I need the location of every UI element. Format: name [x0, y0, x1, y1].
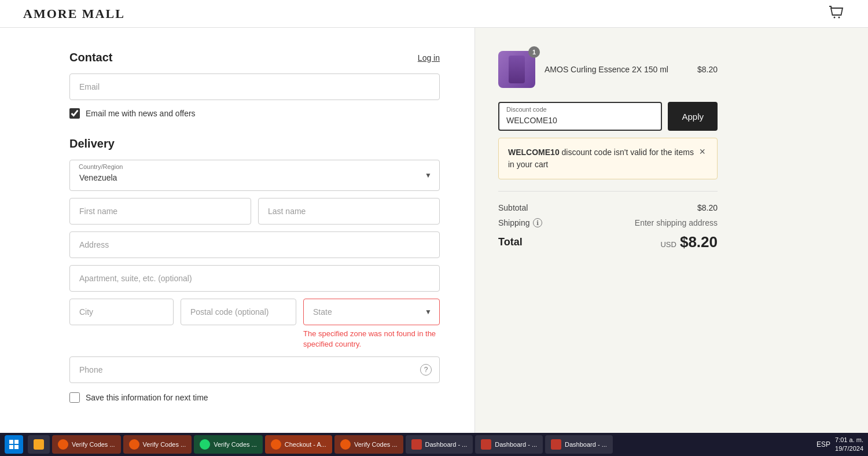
subtotal-value: $8.20 [697, 203, 718, 212]
product-image-inner [509, 56, 525, 83]
cart-button[interactable] [829, 5, 845, 23]
delivery-title: Delivery [69, 137, 440, 150]
discount-error-code: WELCOME10 [508, 148, 560, 157]
taskbar-btn4-label: Verify Codes ... [354, 441, 398, 448]
subtotal-row: Subtotal $8.20 [498, 203, 718, 212]
apply-button[interactable]: Apply [668, 102, 718, 131]
taskbar-dash1-button[interactable]: Dashboard - ... [406, 435, 473, 454]
name-row [69, 198, 440, 225]
product-badge: 1 [528, 46, 540, 58]
shipping-row: Shipping ℹ Enter shipping address [498, 218, 718, 227]
order-summary-panel: 1 AMOS Curling Essence 2X 150 ml $8.20 D… [475, 28, 741, 456]
cart-icon [829, 5, 845, 21]
svg-point-0 [834, 17, 836, 19]
address-input[interactable] [69, 231, 440, 258]
discount-code-label: Discount code [506, 106, 547, 113]
shipping-label: Shipping [498, 218, 530, 227]
error-close-button[interactable]: × [697, 146, 708, 157]
apartment-input[interactable] [69, 265, 440, 292]
dash1-icon [411, 439, 422, 450]
shipping-label-wrap: Shipping ℹ [498, 218, 542, 227]
city-postal-state-row: State ▼ The specified zone was not found… [69, 299, 440, 350]
taskbar-btn1-label: Verify Codes ... [72, 441, 115, 448]
product-image [498, 51, 535, 88]
country-select-wrap: Country/Region Venezuela ▼ [69, 160, 440, 191]
taskbar-browser4-button[interactable]: Verify Codes ... [334, 435, 403, 454]
total-currency: USD [660, 240, 676, 249]
save-info-label[interactable]: Save this information for next time [86, 393, 208, 402]
taskbar-browser1-button[interactable]: Verify Codes ... [52, 435, 121, 454]
taskbar-time: 7:01 a. m. [835, 436, 863, 444]
login-link[interactable]: Log in [418, 53, 440, 62]
discount-code-section: Discount code Apply WELCOME10 discount c… [498, 102, 718, 179]
country-label: Country/Region [79, 163, 123, 170]
total-amount: USD $8.20 [660, 233, 718, 251]
taskbar-checkout-button[interactable]: Checkout - A... [265, 435, 332, 454]
save-info-row: Save this information for next time [69, 392, 440, 403]
postal-input[interactable] [181, 299, 296, 325]
contact-section-header: Contact Log in [69, 51, 440, 64]
taskbar-time-display: 7:01 a. m. 19/7/2024 [835, 436, 863, 454]
phone-help-icon[interactable]: ? [420, 364, 432, 376]
taskbar-dash3-label: Dashboard - ... [565, 441, 607, 448]
product-row: 1 AMOS Curling Essence 2X 150 ml $8.20 [498, 51, 718, 88]
phone-input[interactable] [69, 356, 440, 383]
taskbar-right: ESP 7:01 a. m. 19/7/2024 [816, 436, 863, 454]
dash3-icon [551, 439, 561, 450]
address-group [69, 231, 440, 258]
taskbar-lang: ESP [816, 440, 830, 448]
email-optin-label[interactable]: Email me with news and offers [86, 109, 196, 118]
last-name-input[interactable] [258, 198, 440, 225]
email-optin-row: Email me with news and offers [69, 108, 440, 119]
checkout-form: Contact Log in Email me with news and of… [0, 28, 475, 456]
product-image-wrap: 1 [498, 51, 535, 88]
taskbar-browser2-button[interactable]: Verify Codes ... [123, 435, 192, 454]
svg-rect-3 [14, 440, 19, 444]
state-select[interactable]: State [303, 299, 440, 325]
browser2-icon [129, 439, 139, 450]
shipping-info-icon[interactable]: ℹ [533, 218, 542, 227]
taskbar-dash2-button[interactable]: Dashboard - ... [475, 435, 543, 454]
taskbar-dash3-button[interactable]: Dashboard - ... [545, 435, 613, 454]
first-name-input[interactable] [69, 198, 251, 225]
taskbar-checkout-label: Checkout - A... [285, 441, 326, 448]
total-label: Total [498, 236, 523, 248]
phone-group: ? [69, 356, 440, 383]
contact-title: Contact [69, 51, 112, 64]
svg-point-1 [838, 17, 840, 19]
country-select[interactable]: Venezuela [69, 160, 440, 191]
taskbar-dash1-label: Dashboard - ... [425, 441, 468, 448]
taskbar-btn3-label: Verify Codes ... [214, 441, 257, 448]
start-button[interactable] [5, 435, 23, 454]
taskbar: Verify Codes ... Verify Codes ... Verify… [0, 433, 868, 456]
subtotal-label: Subtotal [498, 203, 528, 212]
email-optin-checkbox[interactable] [69, 108, 80, 119]
taskbar-date: 19/7/2024 [835, 444, 863, 453]
total-value: $8.20 [680, 233, 718, 251]
divider [498, 191, 718, 192]
state-select-wrap: State ▼ The specified zone was not found… [303, 299, 440, 350]
save-info-checkbox[interactable] [69, 392, 80, 403]
browser4-icon [340, 439, 351, 450]
state-error-message: The specified zone was not found in the … [303, 329, 440, 350]
taskbar-files-button[interactable] [28, 435, 50, 454]
logo: AMORE MALL [23, 6, 125, 21]
email-input[interactable] [69, 73, 440, 100]
discount-row: Discount code Apply [498, 102, 718, 131]
svg-rect-5 [14, 445, 19, 449]
city-input[interactable] [69, 299, 174, 325]
header: AMORE MALL [0, 0, 868, 28]
delivery-section: Delivery Country/Region Venezuela ▼ [69, 137, 440, 403]
taskbar-dash2-label: Dashboard - ... [495, 441, 537, 448]
windows-icon [9, 439, 19, 450]
taskbar-browser3-button[interactable]: Verify Codes ... [194, 435, 263, 454]
discount-error-text: WELCOME10 discount code isn't valid for … [508, 146, 697, 171]
shipping-value: Enter shipping address [635, 218, 718, 227]
discount-error-banner: WELCOME10 discount code isn't valid for … [498, 138, 718, 179]
browser3-icon [200, 439, 210, 450]
taskbar-btn2-label: Verify Codes ... [143, 441, 186, 448]
browser1-icon [58, 439, 68, 450]
apartment-group [69, 265, 440, 292]
checkout-icon [271, 439, 281, 450]
files-icon [34, 439, 44, 450]
